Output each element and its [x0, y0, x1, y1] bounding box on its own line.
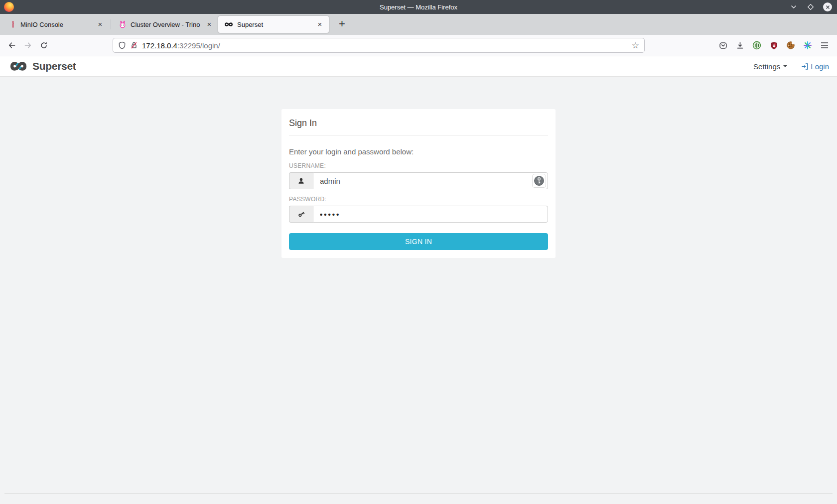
bookmark-star-icon[interactable]: ☆ — [632, 40, 639, 51]
key-icon — [289, 206, 313, 223]
login-link[interactable]: Login — [801, 62, 829, 71]
maximize-button[interactable] — [806, 2, 815, 11]
url-host: 172.18.0.4 — [142, 41, 177, 50]
card-title: Sign In — [289, 114, 548, 135]
window-controls — [789, 2, 832, 11]
sign-in-card: Sign In Enter your login and password be… — [281, 109, 556, 258]
red-shield-extension-icon[interactable] — [766, 38, 781, 53]
url-bar[interactable]: 172.18.0.4:32295/login/ ☆ — [113, 38, 645, 53]
minimize-button[interactable] — [789, 2, 798, 11]
toolbar-extensions — [715, 38, 832, 53]
new-tab-button[interactable]: + — [335, 17, 349, 32]
tab-close-icon[interactable]: × — [95, 19, 105, 29]
password-input-group — [289, 206, 548, 223]
close-button[interactable] — [823, 2, 832, 11]
password-input[interactable] — [313, 206, 548, 223]
pocket-icon[interactable] — [715, 38, 730, 53]
window-title: Superset — Mozilla Firefox — [0, 3, 837, 11]
back-button[interactable] — [4, 37, 20, 53]
tab-close-icon[interactable]: × — [204, 19, 214, 29]
superset-logo-icon — [8, 59, 29, 73]
minio-favicon-icon — [9, 20, 16, 28]
keepassxc-icon[interactable] — [532, 174, 546, 188]
trino-favicon-icon — [119, 20, 127, 28]
window-titlebar: Superset — Mozilla Firefox — [0, 0, 837, 14]
menu-icon[interactable] — [817, 38, 832, 53]
tab-cluster-overview-trino[interactable]: Cluster Overview - Trino × — [113, 16, 218, 33]
url-text[interactable]: 172.18.0.4:32295/login/ — [142, 41, 628, 50]
shield-icon[interactable] — [118, 41, 126, 49]
reload-button[interactable] — [36, 37, 52, 53]
cookie-extension-icon[interactable] — [783, 38, 798, 53]
tab-minio-console[interactable]: MinIO Console × — [3, 16, 109, 33]
login-label: Login — [811, 62, 829, 71]
lock-slash-icon[interactable] — [130, 41, 138, 49]
tab-strip: MinIO Console × Cluster Overview - Trino… — [0, 14, 837, 35]
tab-label: MinIO Console — [20, 21, 91, 28]
browser-toolbar: 172.18.0.4:32295/login/ ☆ — [0, 35, 837, 56]
user-icon — [289, 172, 313, 189]
username-input-group — [289, 172, 548, 189]
download-icon[interactable] — [732, 38, 747, 53]
sign-in-icon — [801, 63, 809, 70]
username-label: USERNAME: — [289, 162, 548, 169]
username-input[interactable] — [313, 172, 548, 189]
superset-brand[interactable]: Superset — [8, 59, 76, 73]
starburst-extension-icon[interactable] — [800, 38, 815, 53]
tab-close-icon[interactable]: × — [315, 19, 325, 29]
forward-button[interactable] — [20, 37, 36, 53]
superset-navbar: Superset Settings Login — [0, 56, 837, 77]
tab-superset[interactable]: Superset × — [218, 16, 329, 33]
brand-name: Superset — [32, 60, 76, 72]
sign-in-button[interactable]: SIGN IN — [289, 233, 548, 250]
firefox-logo-icon — [4, 2, 14, 12]
navbar-right: Settings Login — [753, 62, 829, 71]
password-label: PASSWORD: — [289, 196, 548, 203]
card-subtitle: Enter your login and password below: — [289, 147, 548, 156]
chevron-down-icon — [783, 65, 787, 67]
page-content: Sign In Enter your login and password be… — [0, 78, 837, 504]
settings-label: Settings — [753, 62, 780, 71]
green-extension-icon[interactable] — [749, 38, 764, 53]
footer-divider — [4, 493, 833, 494]
tab-label: Superset — [237, 21, 311, 28]
url-path: :32295/login/ — [177, 41, 220, 50]
superset-favicon-icon — [224, 21, 233, 27]
tab-label: Cluster Overview - Trino — [131, 21, 200, 28]
tab-separator — [111, 19, 111, 29]
settings-menu[interactable]: Settings — [753, 62, 787, 71]
